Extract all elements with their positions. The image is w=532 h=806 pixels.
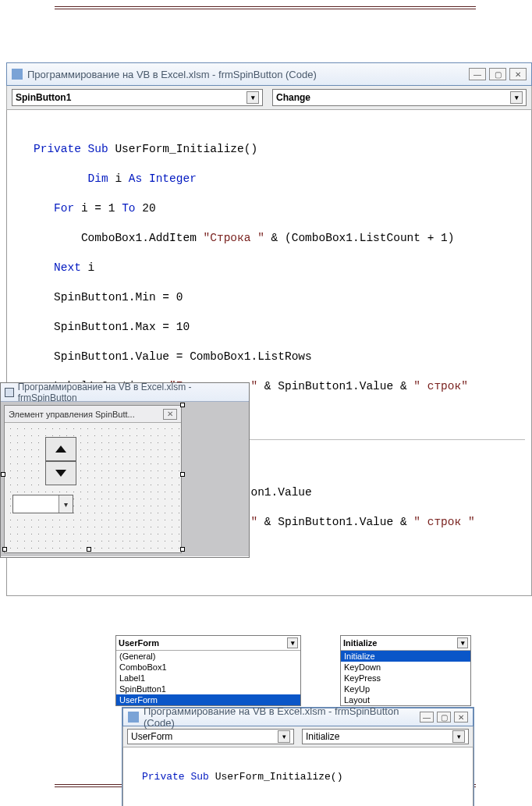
close-button[interactable]: ✕: [509, 68, 527, 80]
chevron-down-icon[interactable]: ▾: [452, 730, 465, 743]
combobox-control[interactable]: ▾: [12, 495, 73, 513]
code-window-mini: Программирование на VB в Excel.xlsm - fr…: [122, 707, 474, 806]
form-body[interactable]: ▾: [5, 423, 181, 552]
chevron-down-icon[interactable]: ▾: [246, 91, 259, 104]
designer-titlebar[interactable]: Программирование на VB в Excel.xlsm - fr…: [1, 383, 249, 402]
close-icon[interactable]: ✕: [163, 409, 177, 420]
object-dropdown-list[interactable]: (General) ComboBox1 Label1 SpinButton1 U…: [116, 650, 300, 705]
chevron-down-icon[interactable]: ▾: [59, 495, 73, 513]
selection-handle[interactable]: [2, 547, 7, 552]
designer-title-text: Программирование на VB в Excel.xlsm - fr…: [18, 382, 245, 403]
list-item[interactable]: (General): [116, 651, 300, 662]
procedure-dropdown-list[interactable]: Initialize KeyDown KeyPress KeyUp Layout: [341, 650, 470, 705]
spin-up-icon[interactable]: [45, 437, 76, 461]
list-item[interactable]: ComboBox1: [116, 662, 300, 673]
titlebar[interactable]: Программирование на VB в Excel.xlsm - fr…: [6, 62, 532, 86]
selection-handle[interactable]: [87, 547, 91, 552]
spinbutton-control[interactable]: [45, 437, 76, 485]
selection-handle[interactable]: [180, 403, 185, 407]
list-item-selected[interactable]: Initialize: [341, 651, 470, 662]
procedure-dropdown-value: Initialize: [343, 638, 377, 648]
app-icon: [128, 712, 139, 723]
window-title: Программирование на VB в Excel.xlsm - fr…: [27, 69, 469, 80]
list-item[interactable]: KeyUp: [341, 684, 470, 694]
close-button[interactable]: ✕: [454, 712, 468, 723]
userform-caption: Элемент управления SpinButt...: [9, 410, 135, 419]
design-surface[interactable]: Элемент управления SpinButt... ✕ ▾: [1, 402, 249, 556]
code-editor[interactable]: Private Sub UserForm_Initialize() End Su…: [122, 747, 473, 806]
minimize-button[interactable]: —: [469, 68, 486, 80]
titlebar[interactable]: Программирование на VB в Excel.xlsm - fr…: [122, 708, 473, 726]
list-item[interactable]: Layout: [341, 694, 470, 705]
form-designer-window: Программирование на VB в Excel.xlsm - fr…: [0, 382, 250, 558]
app-icon: [12, 69, 23, 80]
list-item[interactable]: SpinButton1: [116, 684, 300, 694]
maximize-button[interactable]: ▢: [437, 712, 451, 723]
object-combo[interactable]: SpinButton1 ▾: [12, 89, 263, 106]
object-combo-value: UserForm: [131, 731, 172, 742]
userform[interactable]: Элемент управления SpinButt... ✕ ▾: [4, 405, 182, 553]
list-item[interactable]: KeyDown: [341, 662, 470, 673]
chevron-down-icon[interactable]: ▾: [510, 91, 523, 104]
maximize-button[interactable]: ▢: [489, 68, 506, 80]
selection-handle[interactable]: [180, 472, 185, 477]
object-combo[interactable]: UserForm ▾: [127, 729, 294, 744]
procedure-combo-value: Change: [276, 92, 310, 103]
procedure-combo[interactable]: Initialize ▾: [302, 729, 469, 744]
object-dropdown[interactable]: UserForm ▾ (General) ComboBox1 Label1 Sp…: [115, 635, 301, 706]
designer-icon: [5, 388, 14, 397]
procedure-combo-value: Initialize: [306, 731, 339, 742]
minimize-button[interactable]: —: [420, 712, 434, 723]
selection-handle[interactable]: [180, 547, 185, 552]
chevron-down-icon[interactable]: ▾: [457, 637, 468, 648]
window-title: Программирование на VB в Excel.xlsm - fr…: [144, 705, 420, 729]
chevron-down-icon[interactable]: ▾: [278, 730, 290, 743]
procedure-dropdown[interactable]: Initialize ▾ Initialize KeyDown KeyPress…: [340, 635, 471, 706]
list-item[interactable]: KeyPress: [341, 673, 470, 684]
list-item-selected[interactable]: UserForm: [116, 694, 300, 705]
procedure-combo[interactable]: Change ▾: [272, 89, 527, 106]
list-item[interactable]: Label1: [116, 673, 300, 684]
selection-handle[interactable]: [1, 472, 5, 477]
spin-down-icon[interactable]: [45, 461, 76, 485]
chevron-down-icon[interactable]: ▾: [287, 637, 298, 648]
object-dropdown-value: UserForm: [119, 638, 159, 648]
object-combo-value: SpinButton1: [16, 92, 71, 103]
